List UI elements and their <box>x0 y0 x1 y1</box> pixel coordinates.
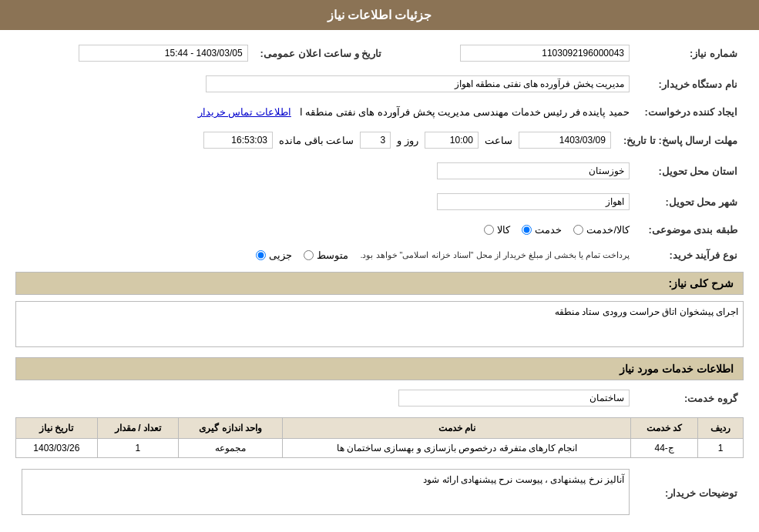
need-description-textarea[interactable]: اجرای پیشخوان اتاق حراست ورودی ستاد منطق… <box>15 301 744 347</box>
buyer-notes-table: توضیحات خریدار: آنالیز نرخ پیشنهادی ، پی… <box>15 466 744 520</box>
response-time-input[interactable] <box>425 132 479 149</box>
purchase-type-note: پرداخت تمام یا بخشی از مبلغ خریدار از مح… <box>360 250 630 260</box>
category-goods-service-label: کالا/خدمت <box>586 224 630 236</box>
col-row-num: ردیف <box>698 418 744 439</box>
delivery-province-label: استان محل تحویل: <box>636 159 744 182</box>
cell-row-num: 1 <box>698 439 744 458</box>
category-service[interactable]: خدمت <box>522 224 562 236</box>
need-description-section-title: شرح کلی نیاز: <box>15 272 744 295</box>
category-table: طبقه بندی موضوعی: کالا/خدمت خدمت کالا <box>15 221 744 239</box>
announcement-date-label: تاریخ و ساعت اعلان عمومی: <box>254 42 398 65</box>
category-label: طبقه بندی موضوعی: <box>636 221 744 239</box>
need-description-section-label: شرح کلی نیاز: <box>669 277 734 289</box>
purchase-type-partial[interactable]: جزیی <box>256 249 292 261</box>
response-remaining-label: ساعت باقی مانده <box>279 135 354 146</box>
service-group-table: گروه خدمت: <box>15 386 744 410</box>
creator-label: ایجاد کننده درخواست: <box>636 103 744 121</box>
services-section-title: اطلاعات خدمات مورد نیاز <box>15 357 744 380</box>
page-header: جزئیات اطلاعات نیاز <box>0 0 759 30</box>
cell-need-date: 1403/03/26 <box>16 439 98 458</box>
purchase-type-partial-radio[interactable] <box>256 250 266 260</box>
deadline-row: ساعت روز و ساعت باقی مانده <box>22 132 611 149</box>
category-service-radio[interactable] <box>522 225 532 235</box>
content-area: شماره نیاز: تاریخ و ساعت اعلان عمومی: نا… <box>0 30 759 532</box>
response-time-label: ساعت <box>485 135 512 146</box>
creator-info-table: ایجاد کننده درخواست: حمید پاینده فر رئیس… <box>15 103 744 121</box>
purchase-type-table: نوع فرآیند خرید: پرداخت تمام یا بخشی از … <box>15 246 744 264</box>
cell-quantity: 1 <box>97 439 179 458</box>
purchase-type-radio-group: پرداخت تمام یا بخشی از مبلغ خریدار از مح… <box>22 249 630 261</box>
buyer-org-label: نام دستگاه خریدار: <box>636 72 744 95</box>
category-radio-group: کالا/خدمت خدمت کالا <box>22 224 630 236</box>
buyer-org-input[interactable] <box>206 75 630 92</box>
category-goods[interactable]: کالا <box>484 224 510 236</box>
buyer-notes-textarea[interactable]: آنالیز نرخ پیشنهادی ، پیوست نرح پیشنهادی… <box>22 469 630 515</box>
category-goods-service-radio[interactable] <box>573 225 583 235</box>
page-title: جزئیات اطلاعات نیاز <box>327 8 432 22</box>
response-date-input[interactable] <box>519 132 611 149</box>
need-description-container: اجرای پیشخوان اتاق حراست ورودی ستاد منطق… <box>15 301 744 350</box>
response-days-input[interactable] <box>360 132 391 149</box>
purchase-type-medium-label: متوسط <box>317 249 348 261</box>
col-unit: واحد اندازه گیری <box>179 418 283 439</box>
buyer-info-table: نام دستگاه خریدار: <box>15 72 744 95</box>
creator-contact-link[interactable]: اطلاعات تماس خریدار <box>198 106 291 118</box>
delivery-city-label: شهر محل تحویل: <box>636 190 744 213</box>
col-service-code: کد خدمت <box>631 418 698 439</box>
purchase-type-partial-label: جزیی <box>269 249 292 261</box>
col-quantity: تعداد / مقدار <box>97 418 179 439</box>
table-row: 1 ج-44 انجام کارهای متفرقه درخصوص بازساز… <box>16 439 744 458</box>
services-section-label: اطلاعات خدمات مورد نیاز <box>620 363 734 375</box>
col-service-name: نام خدمت <box>283 418 631 439</box>
need-number-input[interactable] <box>460 45 630 62</box>
purchase-type-label: نوع فرآیند خرید: <box>636 246 744 264</box>
buyer-notes-label: توضیحات خریدار: <box>636 466 744 520</box>
cell-service-code: ج-44 <box>631 439 698 458</box>
purchase-type-medium-radio[interactable] <box>304 250 314 260</box>
delivery-city-input[interactable] <box>437 193 630 210</box>
province-info-table: استان محل تحویل: <box>15 159 744 182</box>
basic-info-table: شماره نیاز: تاریخ و ساعت اعلان عمومی: <box>15 42 744 65</box>
announcement-date-input[interactable] <box>79 45 248 62</box>
services-table: ردیف کد خدمت نام خدمت واحد اندازه گیری ت… <box>15 417 744 458</box>
cell-unit: مجموعه <box>179 439 283 458</box>
purchase-type-medium[interactable]: متوسط <box>304 249 348 261</box>
creator-value: حمید پاینده فر رئیس خدمات مهندسی مدیریت … <box>300 106 630 118</box>
service-group-label: گروه خدمت: <box>636 386 744 410</box>
category-goods-radio[interactable] <box>484 225 494 235</box>
page-wrapper: جزئیات اطلاعات نیاز شماره نیاز: تاریخ و … <box>0 0 759 532</box>
response-remaining-input[interactable] <box>203 132 273 149</box>
deadline-info-table: مهلت ارسال پاسخ: تا تاریخ: ساعت روز و سا… <box>15 129 744 152</box>
category-service-label: خدمت <box>535 224 562 236</box>
need-number-label: شماره نیاز: <box>636 42 744 65</box>
category-goods-service[interactable]: کالا/خدمت <box>573 224 630 236</box>
service-group-input[interactable] <box>398 390 630 407</box>
city-info-table: شهر محل تحویل: <box>15 190 744 213</box>
response-deadline-label: مهلت ارسال پاسخ: تا تاریخ: <box>617 129 744 152</box>
col-need-date: تاریخ نیاز <box>16 418 98 439</box>
category-goods-label: کالا <box>497 224 510 236</box>
delivery-province-input[interactable] <box>437 162 630 179</box>
cell-service-name: انجام کارهای متفرقه درخصوص بازسازی و بهس… <box>283 439 631 458</box>
response-day-label: روز و <box>397 135 418 146</box>
